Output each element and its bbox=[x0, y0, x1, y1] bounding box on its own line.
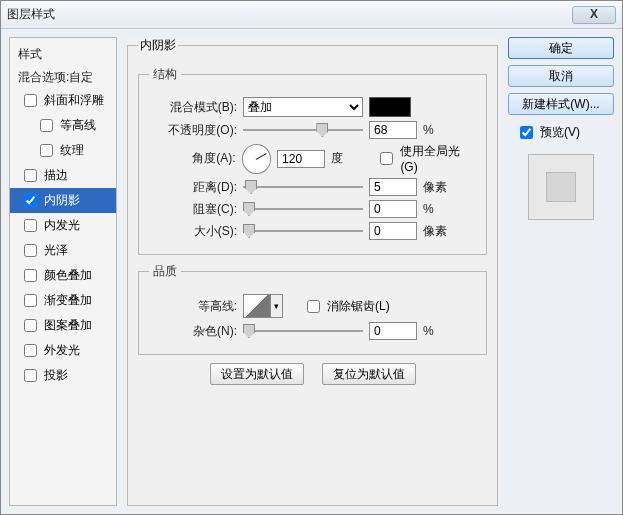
noise-label: 杂色(N): bbox=[149, 323, 237, 340]
antialias-input[interactable] bbox=[307, 300, 320, 313]
style-item-checkbox[interactable] bbox=[24, 244, 37, 257]
styles-list-panel: 样式 混合选项:自定 斜面和浮雕等高线纹理描边内阴影内发光光泽颜色叠加渐变叠加图… bbox=[9, 37, 117, 506]
angle-input[interactable] bbox=[277, 150, 325, 168]
dialog-body: 样式 混合选项:自定 斜面和浮雕等高线纹理描边内阴影内发光光泽颜色叠加渐变叠加图… bbox=[1, 29, 622, 514]
style-item-label: 外发光 bbox=[44, 342, 80, 359]
angle-dial[interactable] bbox=[242, 144, 272, 174]
style-item-5[interactable]: 内发光 bbox=[10, 213, 116, 238]
defaults-row: 设置为默认值 复位为默认值 bbox=[138, 363, 487, 385]
effect-title: 内阴影 bbox=[138, 37, 178, 54]
style-item-label: 等高线 bbox=[60, 117, 96, 134]
style-item-10[interactable]: 外发光 bbox=[10, 338, 116, 363]
center-panel: 内阴影 结构 混合模式(B): 叠加 不透明度(O): % bbox=[125, 37, 500, 506]
style-item-checkbox[interactable] bbox=[24, 294, 37, 307]
close-button[interactable]: X bbox=[572, 6, 616, 24]
style-item-checkbox[interactable] bbox=[40, 119, 53, 132]
choke-unit: % bbox=[423, 202, 463, 216]
style-item-0[interactable]: 斜面和浮雕 bbox=[10, 88, 116, 113]
contour-label: 等高线: bbox=[149, 298, 237, 315]
noise-slider[interactable] bbox=[243, 324, 363, 338]
blend-mode-label: 混合模式(B): bbox=[149, 99, 237, 116]
noise-unit: % bbox=[423, 324, 463, 338]
distance-input[interactable] bbox=[369, 178, 417, 196]
global-light-input[interactable] bbox=[380, 152, 393, 165]
style-item-checkbox[interactable] bbox=[24, 169, 37, 182]
structure-legend: 结构 bbox=[149, 66, 181, 83]
distance-slider[interactable] bbox=[243, 180, 363, 194]
size-unit: 像素 bbox=[423, 223, 463, 240]
style-item-checkbox[interactable] bbox=[24, 319, 37, 332]
opacity-label: 不透明度(O): bbox=[149, 122, 237, 139]
style-item-label: 颜色叠加 bbox=[44, 267, 92, 284]
distance-label: 距离(D): bbox=[149, 179, 237, 196]
style-item-checkbox[interactable] bbox=[24, 269, 37, 282]
contour-dropdown-icon[interactable]: ▾ bbox=[271, 294, 283, 318]
styles-header: 样式 bbox=[10, 44, 116, 67]
structure-group: 结构 混合模式(B): 叠加 不透明度(O): % bbox=[138, 66, 487, 255]
titlebar: 图层样式 X bbox=[1, 1, 622, 29]
style-item-label: 纹理 bbox=[60, 142, 84, 159]
blending-options[interactable]: 混合选项:自定 bbox=[10, 67, 116, 88]
quality-group: 品质 等高线: ▾ 消除锯齿(L) bbox=[138, 263, 487, 355]
style-item-label: 内阴影 bbox=[44, 192, 80, 209]
choke-input[interactable] bbox=[369, 200, 417, 218]
style-item-8[interactable]: 渐变叠加 bbox=[10, 288, 116, 313]
window-title: 图层样式 bbox=[7, 6, 572, 23]
size-input[interactable] bbox=[369, 222, 417, 240]
angle-unit: 度 bbox=[331, 150, 370, 167]
style-item-3[interactable]: 描边 bbox=[10, 163, 116, 188]
new-style-button[interactable]: 新建样式(W)... bbox=[508, 93, 614, 115]
distance-unit: 像素 bbox=[423, 179, 463, 196]
quality-legend: 品质 bbox=[149, 263, 181, 280]
cancel-button[interactable]: 取消 bbox=[508, 65, 614, 87]
style-item-checkbox[interactable] bbox=[40, 144, 53, 157]
size-label: 大小(S): bbox=[149, 223, 237, 240]
opacity-slider[interactable] bbox=[243, 123, 363, 137]
style-item-6[interactable]: 光泽 bbox=[10, 238, 116, 263]
style-item-7[interactable]: 颜色叠加 bbox=[10, 263, 116, 288]
right-column: 确定 取消 新建样式(W)... 预览(V) bbox=[508, 37, 614, 506]
style-item-checkbox[interactable] bbox=[24, 344, 37, 357]
make-default-button[interactable]: 设置为默认值 bbox=[210, 363, 304, 385]
choke-slider[interactable] bbox=[243, 202, 363, 216]
antialias-checkbox[interactable]: 消除锯齿(L) bbox=[303, 297, 390, 316]
preview-input[interactable] bbox=[520, 126, 533, 139]
style-item-2[interactable]: 纹理 bbox=[10, 138, 116, 163]
style-item-1[interactable]: 等高线 bbox=[10, 113, 116, 138]
style-item-label: 描边 bbox=[44, 167, 68, 184]
style-item-label: 渐变叠加 bbox=[44, 292, 92, 309]
choke-label: 阻塞(C): bbox=[149, 201, 237, 218]
style-item-label: 光泽 bbox=[44, 242, 68, 259]
global-light-checkbox[interactable]: 使用全局光(G) bbox=[376, 143, 476, 174]
reset-default-button[interactable]: 复位为默认值 bbox=[322, 363, 416, 385]
style-item-checkbox[interactable] bbox=[24, 219, 37, 232]
preview-checkbox[interactable]: 预览(V) bbox=[516, 123, 580, 142]
style-item-checkbox[interactable] bbox=[24, 94, 37, 107]
noise-input[interactable] bbox=[369, 322, 417, 340]
style-item-11[interactable]: 投影 bbox=[10, 363, 116, 388]
layer-style-dialog: 图层样式 X 样式 混合选项:自定 斜面和浮雕等高线纹理描边内阴影内发光光泽颜色… bbox=[0, 0, 623, 515]
style-item-9[interactable]: 图案叠加 bbox=[10, 313, 116, 338]
style-item-checkbox[interactable] bbox=[24, 194, 37, 207]
contour-picker[interactable] bbox=[243, 294, 271, 318]
style-item-label: 投影 bbox=[44, 367, 68, 384]
shadow-color-swatch[interactable] bbox=[369, 97, 411, 117]
angle-label: 角度(A): bbox=[149, 150, 236, 167]
preview-swatch bbox=[528, 154, 594, 220]
style-item-label: 图案叠加 bbox=[44, 317, 92, 334]
style-item-label: 内发光 bbox=[44, 217, 80, 234]
opacity-unit: % bbox=[423, 123, 463, 137]
effect-fieldset: 内阴影 结构 混合模式(B): 叠加 不透明度(O): % bbox=[127, 37, 498, 506]
blend-mode-select[interactable]: 叠加 bbox=[243, 97, 363, 117]
opacity-input[interactable] bbox=[369, 121, 417, 139]
style-item-4[interactable]: 内阴影 bbox=[10, 188, 116, 213]
size-slider[interactable] bbox=[243, 224, 363, 238]
style-item-checkbox[interactable] bbox=[24, 369, 37, 382]
style-item-label: 斜面和浮雕 bbox=[44, 92, 104, 109]
ok-button[interactable]: 确定 bbox=[508, 37, 614, 59]
